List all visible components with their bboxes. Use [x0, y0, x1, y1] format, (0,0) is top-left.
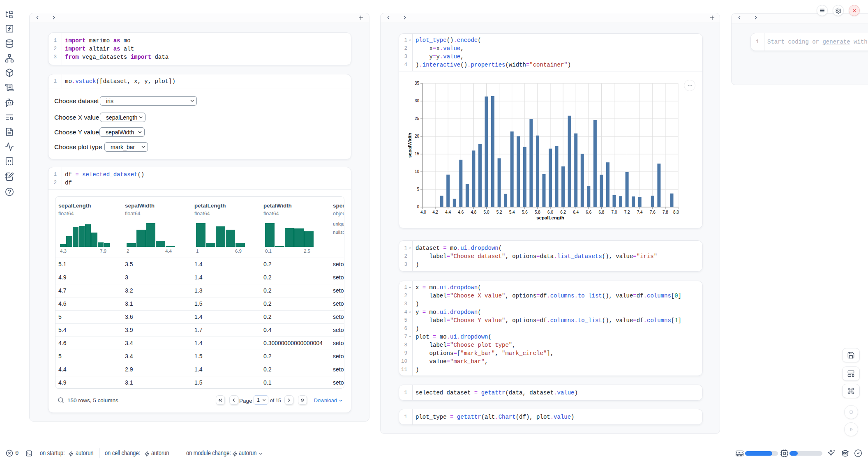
- svg-text:6.8: 6.8: [598, 210, 604, 214]
- svg-text:0: 0: [417, 205, 419, 209]
- svg-text:6.2: 6.2: [560, 210, 566, 214]
- svg-text:8.0: 8.0: [673, 210, 679, 214]
- svg-text:sepalWidth: sepalWidth: [407, 133, 412, 158]
- svg-text:6.4: 6.4: [573, 210, 579, 214]
- svg-text:sepalLength: sepalLength: [536, 215, 564, 220]
- svg-text:7.4: 7.4: [637, 210, 643, 214]
- svg-text:5.8: 5.8: [535, 210, 540, 214]
- svg-text:25: 25: [415, 116, 420, 121]
- svg-text:5: 5: [417, 187, 419, 191]
- svg-text:30: 30: [415, 99, 420, 103]
- svg-text:7.8: 7.8: [663, 210, 668, 214]
- svg-text:5.0: 5.0: [484, 210, 489, 214]
- svg-text:5.6: 5.6: [522, 210, 528, 214]
- svg-text:10: 10: [415, 169, 420, 174]
- svg-text:6.6: 6.6: [586, 210, 591, 214]
- svg-text:5.4: 5.4: [509, 210, 515, 214]
- svg-text:7.0: 7.0: [612, 210, 617, 214]
- svg-text:4.8: 4.8: [471, 210, 476, 214]
- svg-text:6.0: 6.0: [547, 210, 553, 214]
- svg-text:5.2: 5.2: [496, 210, 502, 214]
- svg-text:4.0: 4.0: [420, 210, 426, 214]
- svg-text:15: 15: [415, 152, 420, 156]
- svg-text:7.2: 7.2: [624, 210, 630, 214]
- svg-text:20: 20: [415, 134, 420, 138]
- svg-text:4.6: 4.6: [458, 210, 464, 214]
- svg-text:4.4: 4.4: [445, 210, 451, 214]
- svg-text:4.2: 4.2: [432, 210, 438, 214]
- svg-text:35: 35: [415, 81, 420, 85]
- svg-text:7.6: 7.6: [650, 210, 656, 214]
